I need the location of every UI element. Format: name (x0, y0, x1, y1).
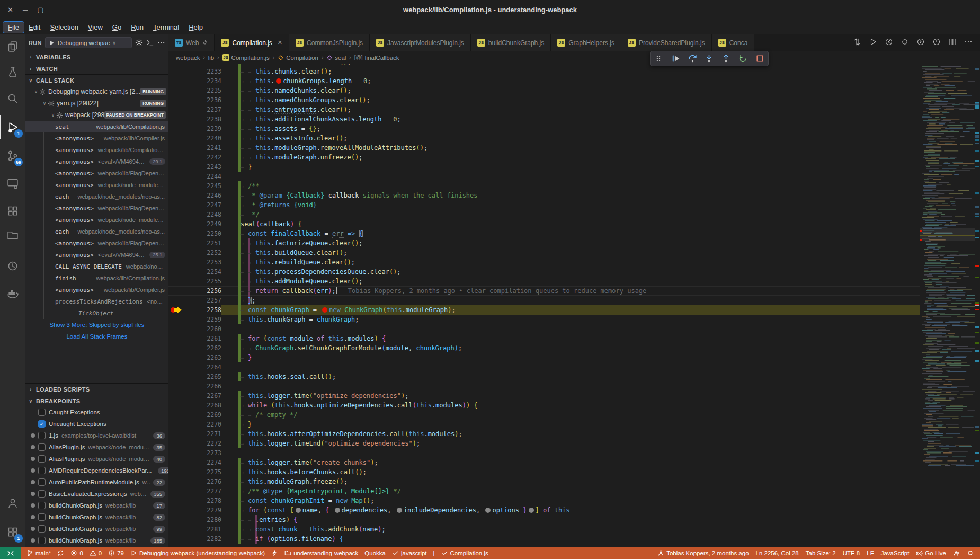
breakpoint-checkbox[interactable] (38, 502, 46, 509)
code-line[interactable]: 2250→const finalCallback = err => { (168, 229, 920, 238)
status-tobias-koppers-2-months-[interactable]: Tobias Koppers, 2 months ago (657, 549, 749, 556)
callstack-link[interactable]: Load All Stack Frames (25, 331, 168, 342)
timer-icon[interactable] (932, 38, 941, 48)
continue-icon[interactable] (670, 52, 682, 65)
activity-folder-view[interactable] (0, 223, 25, 247)
breakpoint-row[interactable]: AliasPlugin.jswebpack/node_module...40 (25, 453, 168, 465)
section-call-stack[interactable]: ∨CALL STACK (25, 74, 168, 86)
menu-terminal[interactable]: Terminal (148, 22, 184, 33)
activity-source-control[interactable]: 69 (0, 144, 25, 168)
inline-breakpoint-icon[interactable] (322, 307, 327, 313)
breakpoint-checkbox[interactable] (38, 513, 46, 521)
breakpoint-row[interactable]: buildChunkGraph.jswebpack/lib17 (25, 500, 168, 511)
code-line[interactable]: 2254→→this.processDependenciesQueue.clea… (168, 267, 920, 277)
status-understanding-webpack[interactable]: understanding-webpack (284, 549, 358, 556)
breadcrumb-item[interactable]: seal (326, 55, 346, 61)
code-line[interactable]: 2268→while (this.hooks.optimizeDependenc… (168, 401, 920, 410)
code-line[interactable]: 2278→const chunkGraphInit = new Map(); (168, 496, 920, 505)
code-line[interactable]: 2257→}; (168, 296, 920, 305)
status-bolt-icon[interactable] (271, 549, 278, 556)
callstack-link[interactable]: Show 3 More: Skipped by skipFiles (25, 319, 168, 331)
menu-help[interactable]: Help (184, 22, 208, 33)
activity-grid[interactable]: 1 (0, 520, 25, 544)
code-line[interactable]: 2240→→this.assetsInfo.clear(); (168, 134, 920, 143)
section-loaded-scripts[interactable]: ›LOADED SCRIPTS (25, 383, 168, 395)
breakpoint-checkbox[interactable] (38, 432, 46, 439)
status-ln-2256-col-28[interactable]: Ln 2256, Col 28 (756, 550, 799, 556)
activity-testing[interactable] (0, 60, 25, 84)
callstack-session[interactable]: ∨webpack [29842]PAUSED ON BREAKPOINT (25, 109, 168, 121)
code-line[interactable]: 2262→→ChunkGraph.setChunkGraphForModule(… (168, 343, 920, 353)
tab-providesharedplugin-js[interactable]: JSProvideSharedPlugin.js (621, 34, 712, 51)
callstack-frame[interactable]: <anonymous><eval>/VM4694770325:1 (25, 249, 168, 261)
breakpoint-checkbox[interactable] (38, 490, 46, 498)
step-over-icon[interactable] (686, 52, 699, 65)
more-actions-button[interactable] (157, 39, 165, 47)
callstack-frame[interactable]: eachwebpack/node_modules/neo-as... (25, 191, 168, 202)
code-line[interactable]: 2267→this.logger.time("optimize dependen… (168, 391, 920, 401)
remote-indicator[interactable] (0, 547, 21, 559)
breadcrumb-item[interactable]: lib (208, 55, 215, 61)
tab-compilation-js[interactable]: JSCompilation.js✕ (215, 34, 289, 51)
code-line[interactable]: 2281→→const chunk = this.addChunk(name); (168, 525, 920, 534)
callstack-frame[interactable]: processTicksAndRejections<node_in... (25, 296, 168, 307)
menu-run[interactable]: Run (126, 22, 148, 33)
code-line[interactable]: 2270→} (168, 420, 920, 429)
code-line[interactable]: 2244 (168, 172, 920, 181)
gear-button[interactable] (135, 39, 143, 47)
breadcrumb-item[interactable]: webpack (176, 55, 200, 61)
breakpoint-row[interactable]: AutoPublicPathRuntimeModule.jswe...22 (25, 476, 168, 488)
callstack-frame[interactable]: <anonymous>webpack/node_modules... (25, 214, 168, 226)
activity-extensions[interactable] (0, 199, 25, 223)
tab-javascriptmodulesplugin-js[interactable]: JSJavascriptModulesPlugin.js (370, 34, 471, 51)
overview-ruler[interactable] (975, 64, 980, 547)
breakpoint-row[interactable]: buildChunkGraph.jswebpack/lib185 (25, 535, 168, 546)
menu-view[interactable]: View (83, 22, 108, 33)
section-breakpoints[interactable]: ∨BREAKPOINTS (25, 395, 168, 406)
callstack-session[interactable]: ∨Debugging webpack: yarn.js [2...RUNNING (25, 86, 168, 97)
code-line[interactable]: 2264 (168, 362, 920, 372)
callstack-frame[interactable]: <anonymous>webpack/lib/Compiler.js (25, 132, 168, 144)
restart-icon[interactable] (736, 52, 749, 65)
tab-web[interactable]: TSWeb (168, 34, 215, 51)
inline-breakpoint-candidate-icon[interactable] (296, 508, 301, 513)
breadcrumb-item[interactable]: Compilation (278, 55, 318, 61)
activity-history[interactable] (0, 254, 25, 278)
code-line[interactable]: 2245→/** (168, 181, 920, 191)
code-line[interactable]: 2261→for (const module of this.modules) … (168, 334, 920, 343)
callstack-link-label[interactable]: Load All Stack Frames (25, 333, 168, 340)
code-line[interactable]: 2249seal(callback) { (168, 219, 920, 229)
callstack-frame[interactable]: TickObject (25, 307, 168, 319)
step-out-icon[interactable] (720, 52, 733, 65)
tab-conca[interactable]: JSConca (712, 34, 755, 51)
code-line[interactable]: 2243→} (168, 162, 920, 172)
callstack-frame[interactable]: sealwebpack/lib/Compilation.js (25, 121, 168, 132)
status-0[interactable]: 0 (90, 549, 102, 556)
code-line[interactable]: 2282→→if (options.filename) { (168, 534, 920, 544)
disabled-breakpoint-icon[interactable] (171, 402, 178, 409)
breakpoint-checkbox[interactable] (38, 478, 46, 486)
breakpoint-row[interactable]: ✓Uncaught Exceptions (25, 418, 168, 430)
code-line[interactable]: 2263→} (168, 353, 920, 362)
status-main-[interactable]: main* (26, 549, 51, 556)
activity-search[interactable] (0, 86, 25, 111)
inline-breakpoint-candidate-icon[interactable] (397, 508, 402, 513)
menu-selection[interactable]: Selection (45, 22, 83, 33)
breakpoint-checkbox[interactable] (38, 443, 46, 451)
code-line[interactable]: 2253→→this.rebuildQueue.clear(); (168, 258, 920, 267)
code-line[interactable]: 2271→this.hooks.afterOptimizeDependencie… (168, 429, 920, 439)
code-line[interactable]: 2242→→this.moduleGraph.unfreeze(); (168, 153, 920, 162)
activity-account[interactable] (0, 491, 25, 516)
breakpoint-row[interactable]: Caught Exceptions (25, 406, 168, 418)
status-quokka[interactable]: Quokka (364, 550, 386, 556)
split-editor-icon[interactable] (948, 38, 957, 48)
code-line[interactable]: 2260 (168, 324, 920, 334)
breakpoint-row[interactable]: BasicEvaluatedExpression.jswebpac...355 (25, 488, 168, 500)
tab-commonjsplugin-js[interactable]: JSCommonJsPlugin.js (289, 34, 370, 51)
more-actions-icon[interactable] (964, 38, 973, 48)
code-line[interactable]: 2252→→this.buildQueue.clear(); (168, 248, 920, 258)
breakpoint-row[interactable]: buildChunkGraph.jswebpack/lib99 (25, 523, 168, 535)
callstack-frame[interactable]: <anonymous>webpack/node_modules... (25, 179, 168, 191)
breakpoint-icon[interactable] (171, 77, 178, 85)
callstack-frame[interactable]: <anonymous>webpack/lib/Compiler.js (25, 284, 168, 296)
